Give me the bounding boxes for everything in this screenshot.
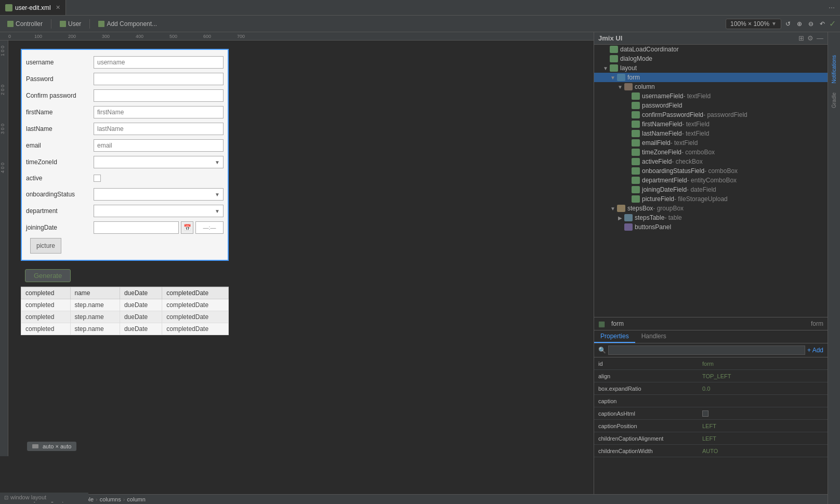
input-firstname[interactable] [94, 106, 224, 118]
tab-user-edit[interactable]: user-edit.xml ✕ [0, 0, 66, 15]
calendar-btn[interactable]: 📅 [181, 221, 193, 234]
controller-btn[interactable]: Controller [4, 19, 46, 29]
tree-arrow[interactable]: ▼ [616, 84, 624, 90]
tree-node-icon [632, 92, 640, 100]
table-cell: dueDate [120, 299, 162, 311]
layout-icon[interactable]: ⊞ [798, 34, 804, 42]
tree-item[interactable]: ▼stepsBox - groupBox [594, 204, 828, 213]
props-key: caption [594, 396, 698, 406]
tab-handlers[interactable]: Handlers [635, 330, 673, 343]
checkbox-active[interactable] [94, 175, 101, 182]
label-email: email [26, 142, 94, 149]
tree-item[interactable]: dialogMode [594, 54, 828, 63]
form-row-lastname: lastName [22, 121, 228, 137]
zoom-out-btn[interactable]: ⊖ [806, 19, 816, 29]
tree-item-text: pictureField [642, 195, 674, 203]
steps-table: completed name dueDate completedDate com… [21, 287, 229, 335]
props-val[interactable] [698, 400, 828, 403]
input-email[interactable] [94, 139, 224, 152]
time-field[interactable]: —:— [195, 221, 224, 234]
department-arrow: ▼ [215, 208, 220, 214]
tree-item-sub: - comboBox [681, 149, 715, 156]
user-btn[interactable]: User [57, 19, 84, 29]
tree-item[interactable]: usernameField - textField [594, 91, 828, 101]
props-search: 🔍 + Add [594, 343, 828, 357]
tree-item[interactable]: activeField - checkBox [594, 157, 828, 166]
label-department: department [26, 207, 94, 215]
props-key: captionPosition [594, 421, 698, 431]
tree-item[interactable]: lastNameField - textField [594, 129, 828, 138]
props-search-input[interactable] [608, 346, 805, 355]
gradle-label[interactable]: Gradle [831, 90, 837, 110]
check-btn[interactable]: ✓ [829, 19, 836, 29]
tree-item-text: stepsTable [635, 214, 664, 221]
tree-item[interactable]: dataLoadCoordinator [594, 45, 828, 54]
breadcrumb-item-column[interactable]: column [127, 496, 145, 502]
input-password[interactable] [94, 73, 224, 85]
zoom-refresh-btn[interactable]: ↺ [783, 19, 793, 29]
picture-upload-btn[interactable]: picture [30, 238, 61, 254]
tree-item-text: activeField [642, 158, 672, 165]
table-header-row: completed name dueDate completedDate [21, 287, 229, 299]
col-name: name [70, 287, 120, 299]
breadcrumb-sep: › [123, 496, 125, 502]
select-timezone[interactable]: ▼ [94, 156, 224, 168]
tree-item[interactable]: ▼layout [594, 63, 828, 73]
label-confirm-password: Confirm password [26, 92, 94, 99]
input-lastname[interactable] [94, 123, 224, 135]
input-confirm-password[interactable] [94, 89, 224, 102]
props-val[interactable]: LEFT [698, 421, 828, 431]
tree-item[interactable]: ▼column [594, 82, 828, 91]
tree-item[interactable]: ▼form [594, 73, 828, 82]
breadcrumb-item-columns[interactable]: columns [100, 496, 121, 502]
col-completeddate: completedDate [162, 287, 229, 299]
tree-item-text: usernameField [642, 92, 683, 100]
form-row-firstname: firstName [22, 104, 228, 121]
tree-item[interactable]: firstNameField - textField [594, 120, 828, 129]
tree-arrow[interactable]: ▶ [616, 215, 624, 221]
breadcrumb-bar: window›layout›groupBox›table›columns›col… [0, 494, 828, 504]
zoom-in-btn[interactable]: ⊕ [795, 19, 804, 29]
tree-item[interactable]: joiningDateField - dateField [594, 185, 828, 194]
search-icon: 🔍 [598, 347, 606, 354]
tree-arrow[interactable]: ▼ [609, 206, 617, 211]
zoom-dropdown-arrow[interactable]: ▼ [771, 21, 777, 26]
tree-arrow[interactable]: ▼ [601, 65, 610, 71]
zoom-reset-btn[interactable]: ↶ [818, 19, 827, 29]
tab-properties[interactable]: Properties [594, 330, 635, 343]
props-val[interactable]: LEFT [698, 434, 828, 443]
generate-btn[interactable]: Generate [25, 269, 71, 282]
tree-item[interactable]: pictureField - fileStorageUpload [594, 194, 828, 204]
form-row-email: email [22, 137, 228, 154]
tab-close-btn[interactable]: ✕ [56, 4, 60, 11]
tree-item[interactable]: timeZoneField - comboBox [594, 148, 828, 157]
props-val[interactable]: TOP_LEFT [698, 372, 828, 381]
tree-item[interactable]: passwordField [594, 101, 828, 110]
minimize-icon[interactable]: — [817, 34, 823, 42]
tree-item-text: firstNameField [642, 121, 682, 128]
add-component-btn[interactable]: Add Component... [95, 19, 160, 29]
tree-item[interactable]: onboardingStatusField - comboBox [594, 166, 828, 176]
props-val[interactable]: 0.0 [698, 384, 828, 393]
select-onboarding[interactable]: ▼ [94, 188, 224, 201]
tree-item[interactable]: emailField - textField [594, 138, 828, 148]
tree-arrow[interactable]: ▼ [609, 75, 617, 81]
props-checkbox[interactable] [702, 410, 708, 417]
tree-item[interactable]: confirmPasswordField - passwordField [594, 110, 828, 120]
props-val[interactable]: AUTO [698, 446, 828, 456]
tab-more-btn[interactable]: ⋯ [823, 4, 840, 11]
notifications-label[interactable]: Notifications [831, 53, 837, 85]
tree-item[interactable]: buttonsPanel [594, 222, 828, 232]
tree-item[interactable]: departmentField - entityComboBox [594, 176, 828, 185]
props-row: box.expandRatio0.0 [594, 382, 828, 395]
tree-item[interactable]: ▶stepsTable - table [594, 213, 828, 222]
props-val[interactable]: form [698, 359, 828, 368]
add-property-btn[interactable]: + Add [807, 347, 823, 354]
tree-item-text: stepsBox [627, 205, 653, 212]
settings-icon[interactable]: ⚙ [807, 34, 813, 42]
select-department[interactable]: ▼ [94, 205, 224, 217]
input-joining-date[interactable] [94, 221, 179, 234]
label-lastname: lastName [26, 125, 94, 132]
props-val[interactable] [698, 409, 828, 418]
input-username[interactable] [94, 56, 224, 69]
